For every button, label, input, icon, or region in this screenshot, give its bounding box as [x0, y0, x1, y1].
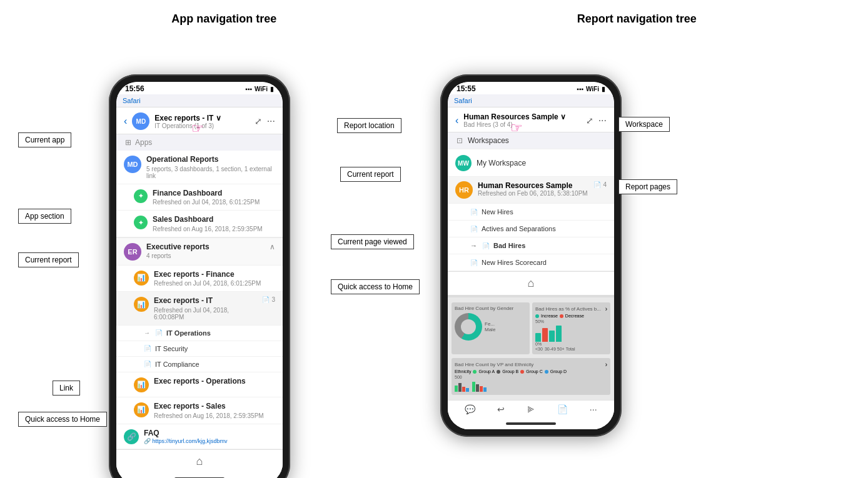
toolbar-undo-icon[interactable]: ↩ — [497, 404, 505, 414]
left-nav-avatar: MD — [132, 112, 149, 130]
my-workspace-item[interactable]: MW My Workspace — [448, 149, 614, 177]
chart3-arrow[interactable]: › — [605, 361, 607, 368]
actives-icon: 📄 — [470, 226, 478, 232]
sales-icon: ✦ — [134, 216, 148, 229]
chart2-title: Bad Hires as % of Actives b... — [535, 306, 601, 312]
new-hires-scorecard-page[interactable]: 📄 New Hires Scorecard — [448, 254, 614, 271]
er-icon: ER — [124, 243, 141, 261]
left-home-bar: ⌂ — [116, 449, 283, 473]
left-home-btn[interactable]: ⌂ — [196, 455, 203, 468]
section-expand-icon[interactable]: ∧ — [270, 242, 275, 251]
actives-separations-page[interactable]: 📄 Actives and Separations — [448, 221, 614, 237]
right-status-bar: 15:55 ▪▪▪ WiFi ▮ — [448, 82, 614, 94]
signal-icon: ▪▪▪ — [245, 86, 252, 92]
left-bottom-bar — [116, 473, 283, 478]
chart-preview-area: Bad Hire Count by Gender Fe... — [448, 297, 614, 400]
sales-dashboard-item[interactable]: ✦ Sales Dashboard Refreshed on Aug 16, 2… — [116, 211, 283, 237]
exec-finance-item[interactable]: 📊 Exec reports - Finance Refreshed on Ju… — [116, 266, 283, 292]
finance-icon: ✦ — [134, 189, 148, 203]
exec-it-icon: 📊 — [134, 297, 149, 312]
right-bottom-indicator — [506, 422, 556, 425]
operational-reports-item[interactable]: MD Operational Reports 5 reports, 3 dash… — [116, 151, 283, 184]
right-phone-frame: 15:55 ▪▪▪ WiFi ▮ Safari ‹ — [440, 74, 622, 437]
ethnicity-label: Ethnicity — [455, 369, 471, 374]
expand-icon[interactable]: ⤢ — [255, 116, 262, 126]
right-safari-label: Safari — [454, 97, 472, 104]
ann-report-pages: Report pages — [618, 179, 677, 194]
r-expand-icon[interactable]: ⤢ — [586, 116, 593, 126]
apps-header: ⊞ Apps — [116, 134, 283, 151]
ann-app-section: App section — [18, 209, 71, 224]
exec-ops-icon: 📊 — [134, 377, 149, 392]
r-battery-icon: ▮ — [602, 86, 605, 92]
right-bottom-toolbar: 💬 ↩ ⫸ 📄 ··· — [448, 400, 614, 418]
left-app-nav-bar[interactable]: ‹ MD Exec reports - IT ∨ IT Operations (… — [116, 107, 283, 134]
new-hires-page[interactable]: 📄 New Hires — [448, 204, 614, 221]
bad-hires-arrow: → — [470, 242, 477, 249]
hr-sample-item[interactable]: HR Human Resources Sample Refreshed on F… — [448, 177, 614, 204]
decrease-label: Decrease — [565, 314, 584, 318]
ann-home-left: Quick access to Home — [18, 412, 107, 427]
bad-hires-icon: 📄 — [482, 242, 490, 249]
right-bottom-bar — [448, 418, 614, 429]
exec-finance-icon: 📊 — [134, 271, 149, 286]
mw-icon: MW — [455, 155, 472, 171]
it-compliance-icon: 📄 — [144, 361, 151, 367]
it-operations-icon: 📄 — [155, 329, 163, 336]
ann-current-report-left: Current report — [18, 252, 79, 267]
toolbar-comment-icon[interactable]: 💬 — [465, 404, 475, 414]
r-wifi-icon: WiFi — [586, 86, 599, 92]
left-status-bar: 15:56 ▪▪▪ WiFi ▮ — [116, 82, 283, 94]
it-security-page[interactable]: 📄 IT Security — [116, 341, 283, 357]
bad-hires-page[interactable]: → 📄 Bad Hires — [448, 237, 614, 254]
right-home-bar: ⌂ — [448, 271, 614, 295]
toolbar-filter-icon[interactable]: ⫸ — [527, 404, 535, 414]
right-section-title: Report navigation tree — [577, 12, 697, 26]
battery-icon: ▮ — [270, 86, 274, 92]
right-back-btn[interactable]: ‹ — [455, 115, 458, 126]
ann-home-right: Quick access to Home — [331, 279, 420, 294]
it-operations-page[interactable]: → 📄 IT Operations — [116, 326, 283, 341]
left-safari-bar: Safari — [116, 94, 283, 107]
more-icon[interactable]: ··· — [267, 116, 275, 127]
finance-dashboard-item[interactable]: ✦ Finance Dashboard Refreshed on Jul 04,… — [116, 184, 283, 211]
male-label: Male — [485, 327, 495, 332]
left-safari-label: Safari — [123, 97, 141, 104]
op-reports-icon: MD — [124, 156, 141, 173]
scorecard-icon: 📄 — [470, 259, 478, 266]
ann-current-report-right: Current report — [340, 167, 401, 182]
faq-icon: 🔗 — [124, 429, 139, 444]
hr-icon: HR — [455, 181, 473, 199]
exec-it-item[interactable]: 📊 Exec reports - IT Refreshed on Jul 04,… — [116, 292, 283, 326]
current-page-arrow: → — [144, 329, 150, 336]
it-compliance-page[interactable]: 📄 IT Compliance — [116, 357, 283, 372]
it-security-icon: 📄 — [144, 345, 151, 352]
left-nav-subtitle: IT Operations (1 of 3) — [154, 122, 249, 129]
faq-link-item[interactable]: 🔗 FAQ 🔗 https://tinyurl.com/kjg,kjsdbmv — [116, 424, 283, 450]
increase-label: Increase — [541, 314, 558, 318]
r-more-icon[interactable]: ··· — [598, 115, 607, 126]
right-home-btn[interactable]: ⌂ — [528, 277, 535, 290]
chart2-arrow[interactable]: › — [605, 306, 607, 312]
chart1-title: Bad Hire Count by Gender — [455, 306, 527, 311]
right-time: 15:55 — [457, 84, 476, 93]
left-section-title: App navigation tree — [171, 12, 276, 26]
toolbar-more-icon[interactable]: ··· — [590, 404, 597, 414]
r-signal-icon: ▪▪▪ — [577, 86, 583, 92]
executive-reports-section[interactable]: ER Executive reports 4 reports ∧ — [116, 237, 283, 266]
wifi-icon: WiFi — [255, 86, 268, 92]
ann-link: Link — [53, 381, 80, 396]
left-back-btn[interactable]: ‹ — [124, 116, 127, 127]
my-workspace-label: My Workspace — [477, 159, 526, 167]
exec-ops-item[interactable]: 📊 Exec reports - Operations — [116, 372, 283, 397]
ann-current-page: Current page viewed — [331, 234, 414, 249]
toolbar-page-icon[interactable]: 📄 — [557, 404, 568, 414]
exec-sales-item[interactable]: 📊 Exec reports - Sales Refreshed on Aug … — [116, 397, 283, 424]
new-hires-icon: 📄 — [470, 209, 478, 216]
right-safari-bar: Safari — [448, 94, 614, 107]
right-app-nav-bar[interactable]: ‹ Human Resources Sample ∨ Bad Hires (3 … — [448, 107, 614, 132]
left-time: 15:56 — [125, 84, 144, 93]
chart3-title: Bad Hire Count by VP and Ethnicity — [455, 362, 533, 367]
value-500: 500 — [455, 375, 607, 379]
ann-report-location: Report location — [337, 118, 401, 133]
